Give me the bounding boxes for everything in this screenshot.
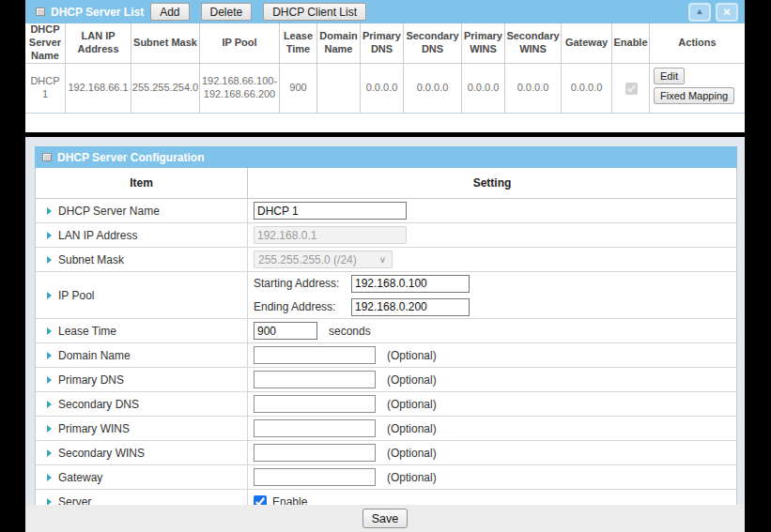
column-header: Actions [650, 23, 745, 64]
lease-time-unit: seconds [329, 325, 371, 338]
close-icon: × [723, 6, 731, 18]
config-title: DHCP Server Configuration [57, 151, 204, 164]
optional-hint: (Optional) [387, 471, 437, 484]
optional-hint: (Optional) [387, 447, 437, 460]
row-dhcp-server-name: DHCP Server Name [36, 199, 736, 223]
item-arrow-icon [47, 401, 52, 408]
row-subnet-mask: Subnet Mask 255.255.255.0 (/24) ∨ [36, 248, 736, 272]
chevron-down-icon: ∨ [379, 254, 386, 265]
optional-hint: (Optional) [387, 422, 437, 435]
cell-lease-time: 900 [280, 64, 317, 114]
collapse-button[interactable]: ▲ [688, 3, 711, 22]
cell-enable [612, 64, 650, 114]
close-button[interactable]: × [716, 3, 738, 22]
save-strip: Save [25, 505, 745, 532]
setting-column-header: Setting [248, 168, 736, 198]
item-label: Secondary DNS [58, 398, 139, 411]
row-gateway: Gateway (Optional) [36, 465, 736, 490]
cell-gateway: 0.0.0.0 [562, 64, 612, 114]
item-arrow-icon [47, 232, 52, 239]
lease-time-input[interactable] [254, 322, 317, 340]
item-arrow-icon [47, 449, 52, 457]
item-label: Primary WINS [58, 422, 130, 435]
dhcp-server-configuration-panel: DHCP Server Configuration Item Setting D… [25, 137, 745, 532]
item-arrow-icon [47, 327, 52, 335]
row-primary-dns: Primary DNS (Optional) [36, 368, 736, 392]
dhcp-list-title: DHCP Server List [51, 6, 144, 19]
item-arrow-icon [47, 256, 52, 264]
item-label: Gateway [58, 471, 102, 484]
starting-address-input[interactable] [351, 275, 470, 293]
cell-subnet-mask: 255.255.254.0 [131, 64, 200, 114]
column-header: Enable [612, 23, 650, 64]
column-header: Gateway [562, 23, 612, 64]
fixed-mapping-button[interactable]: Fixed Mapping [654, 87, 734, 104]
column-header: LAN IP Address [66, 23, 131, 64]
config-table-header: Item Setting [36, 168, 736, 199]
item-label: IP Pool [58, 289, 94, 302]
edit-button[interactable]: Edit [654, 68, 685, 84]
dhcp-list-header-bar: DHCP Server List Add Delete DHCP Client … [25, 0, 745, 23]
row-lease-time: Lease Time seconds [36, 319, 736, 343]
config-table: Item Setting DHCP Server Name LAN IP Add… [35, 168, 737, 514]
item-column-header: Item [36, 168, 248, 198]
cell-domain-name [317, 64, 361, 114]
item-arrow-icon [47, 425, 52, 433]
item-label: DHCP Server Name [58, 205, 160, 218]
optional-hint: (Optional) [387, 349, 437, 362]
item-label: Subnet Mask [58, 253, 124, 266]
add-button[interactable]: Add [150, 3, 189, 21]
cell-ip-pool: 192.168.66.100-192.168.66.200 [200, 64, 280, 114]
optional-hint: (Optional) [387, 373, 437, 387]
item-arrow-icon [47, 474, 52, 481]
screen: DHCP Server List Add Delete DHCP Client … [0, 0, 771, 532]
row-ip-pool: IP Pool Starting Address: Ending Address… [36, 272, 736, 319]
collapse-arrow-icon: ▲ [696, 8, 704, 16]
optional-hint: (Optional) [387, 398, 437, 411]
table-row: DHCP 1 192.168.66.1 255.255.254.0 192.16… [25, 64, 745, 114]
list-table-header: DHCP Server Name LAN IP Address Subnet M… [25, 23, 745, 64]
primary-wins-input[interactable] [254, 419, 376, 437]
domain-name-input[interactable] [254, 346, 376, 364]
column-header: DHCP Server Name [25, 23, 66, 64]
column-header: Primary DNS [361, 23, 404, 64]
column-header: Secondary DNS [404, 23, 462, 64]
cell-dhcp-server-name: DHCP 1 [25, 64, 66, 114]
dhcp-server-name-input[interactable] [254, 202, 407, 220]
window-buttons: ▲ × [688, 3, 738, 22]
column-header: Primary WINS [462, 23, 505, 64]
item-arrow-icon [47, 292, 52, 299]
panel-box-icon [42, 153, 52, 161]
cell-secondary-wins: 0.0.0.0 [505, 64, 562, 114]
cell-secondary-dns: 0.0.0.0 [404, 64, 462, 114]
item-label: LAN IP Address [58, 229, 138, 242]
ending-address-label: Ending Address: [254, 300, 351, 313]
gateway-input[interactable] [254, 468, 376, 486]
ending-address-input[interactable] [351, 298, 470, 316]
row-lan-ip-address: LAN IP Address [36, 223, 736, 248]
item-label: Lease Time [58, 325, 116, 338]
item-arrow-icon [47, 207, 52, 215]
cell-primary-dns: 0.0.0.0 [361, 64, 404, 114]
item-arrow-icon [47, 376, 52, 384]
row-domain-name: Domain Name (Optional) [36, 343, 736, 368]
cell-lan-ip-address: 192.168.66.1 [66, 64, 131, 114]
config-header-bar: DHCP Server Configuration [35, 146, 737, 168]
secondary-wins-input[interactable] [254, 444, 376, 462]
dhcp-client-list-button[interactable]: DHCP Client List [263, 3, 366, 21]
save-button[interactable]: Save [362, 509, 409, 528]
column-header: Lease Time [280, 23, 317, 64]
item-label: Domain Name [58, 349, 131, 362]
column-header: Secondary WINS [505, 23, 562, 64]
dhcp-server-list-panel: DHCP Server List Add Delete DHCP Client … [25, 0, 745, 132]
item-label: Secondary WINS [58, 447, 145, 460]
row-secondary-wins: Secondary WINS (Optional) [36, 441, 736, 465]
row-enable-checkbox [625, 83, 638, 95]
secondary-dns-input[interactable] [254, 395, 376, 413]
panel-box-icon [36, 8, 45, 16]
subnet-mask-select: 255.255.255.0 (/24) ∨ [254, 251, 393, 268]
delete-button[interactable]: Delete [201, 3, 253, 21]
item-label: Primary DNS [58, 373, 124, 387]
primary-dns-input[interactable] [254, 371, 376, 388]
lan-ip-address-input [254, 226, 407, 244]
